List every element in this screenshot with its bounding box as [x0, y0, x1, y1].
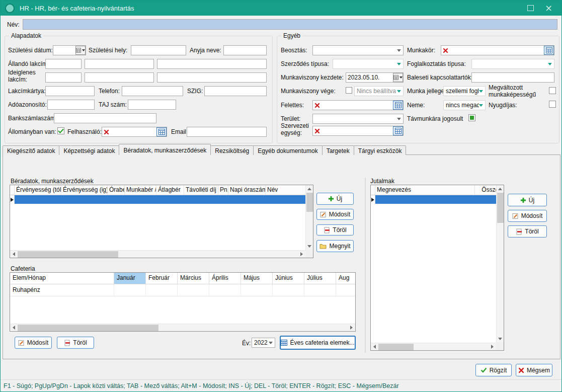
tab-kepzettsegi-adatok[interactable]: Képzettségi adatok [59, 145, 119, 155]
employment-type-combobox[interactable] [471, 59, 554, 69]
column-header[interactable]: Június [273, 273, 304, 284]
birth-place-input[interactable] [131, 45, 186, 55]
column-header[interactable]: Május [241, 273, 273, 284]
column-header[interactable]: Március [178, 273, 209, 284]
org-unit-lookup-button[interactable] [393, 126, 403, 135]
horizontal-scrollbar[interactable] [10, 324, 355, 331]
email-input[interactable] [187, 127, 267, 137]
selected-row[interactable] [371, 195, 504, 204]
cafeteria-cell[interactable] [178, 284, 209, 296]
tab-beradatok[interactable]: Béradatok, munkaszerződések [119, 144, 211, 155]
tab-egyeb-dokumentumok[interactable]: Egyéb dokumentumok [253, 145, 322, 155]
tab-kiegeszito-adatok[interactable]: Kiegészítő adatok [3, 145, 59, 155]
eves-cafeteria-button[interactable]: Éves cafeteria elemek... [280, 336, 356, 350]
cafeteria-modosit-button[interactable]: Módosít [15, 337, 52, 349]
scrollbar-thumb[interactable] [306, 193, 313, 212]
column-header[interactable]: Napi óraszám [228, 185, 266, 195]
bank-account-input[interactable] [54, 113, 156, 123]
temporary-address-city-input[interactable] [85, 72, 154, 83]
close-button[interactable]: × [545, 4, 552, 13]
position-combobox[interactable] [312, 45, 404, 55]
temporary-address-zip-input[interactable] [45, 72, 82, 83]
cafeteria-cell[interactable] [114, 284, 146, 296]
scroll-left-button[interactable] [10, 251, 18, 258]
employment-end-combobox[interactable]: Nincs beállítva [354, 86, 404, 96]
job-role-lookup-button[interactable] [544, 46, 554, 55]
birth-date-dropdown-button[interactable] [75, 46, 86, 55]
vertical-scrollbar[interactable] [305, 185, 313, 250]
column-header[interactable]: Elem/Hónap [10, 273, 114, 284]
scroll-down-button[interactable] [498, 335, 502, 343]
cafeteria-cell[interactable] [209, 284, 241, 296]
org-unit-lookup-field[interactable] [312, 126, 404, 136]
column-header[interactable]: Átlagbér [156, 185, 184, 195]
tax-id-input[interactable] [47, 100, 95, 110]
temporary-address-street-input[interactable] [157, 72, 267, 83]
name-input[interactable] [23, 19, 557, 30]
taj-input[interactable] [128, 100, 176, 110]
permanent-address-city-input[interactable] [85, 59, 154, 69]
beradatok-torol-button[interactable]: Töröl [316, 224, 354, 236]
employment-start-calendar-button[interactable] [393, 73, 403, 82]
beradatok-megnyit-button[interactable]: Megnyit [316, 240, 354, 252]
scroll-right-button[interactable] [489, 343, 496, 351]
tab-targetek[interactable]: Targetek [322, 145, 354, 155]
supervisor-lookup-field[interactable] [312, 100, 404, 110]
jutalmak-modosit-button[interactable]: Módosít [508, 210, 547, 222]
column-header[interactable]: Április [209, 273, 241, 284]
column-header[interactable]: Aug [336, 273, 355, 284]
column-header-selected[interactable]: Január [114, 273, 146, 284]
in-staff-checkbox[interactable] [57, 127, 64, 134]
tab-rezsikoltseg[interactable]: Rezsiköltség [210, 145, 254, 155]
column-header[interactable]: Július [304, 273, 336, 284]
scrollbar-thumb[interactable] [18, 251, 118, 258]
column-header[interactable]: Megnevezés [375, 185, 475, 195]
horizontal-scrollbar[interactable] [10, 250, 305, 258]
column-header[interactable]: Pn. [218, 185, 228, 195]
scroll-left-button[interactable] [10, 324, 18, 332]
user-lookup-button[interactable] [156, 127, 167, 136]
cafeteria-torol-button[interactable]: Töröl [57, 337, 94, 349]
cafeteria-cell[interactable] [241, 284, 273, 296]
beradatok-modosit-button[interactable]: Módosít [316, 209, 354, 220]
scroll-up-button[interactable] [307, 185, 311, 193]
permanent-address-street-input[interactable] [157, 59, 267, 69]
horizontal-scrollbar[interactable] [371, 343, 496, 350]
column-header[interactable]: Érvényesség (ig) [61, 185, 108, 195]
birth-date-field[interactable] [53, 45, 86, 55]
vertical-splitter[interactable] [365, 178, 366, 353]
id-card-input[interactable] [204, 86, 267, 96]
employment-start-date-field[interactable]: 2023.05.10. [346, 72, 404, 83]
scroll-down-button[interactable] [307, 243, 311, 250]
jutalmak-torol-button[interactable]: Töröl [508, 225, 547, 238]
accident-contacts-input[interactable] [471, 72, 554, 83]
cafeteria-cell[interactable] [336, 284, 355, 296]
vertical-scrollbar[interactable] [496, 185, 504, 343]
scroll-up-button[interactable] [498, 185, 502, 193]
scroll-left-button[interactable] [371, 343, 378, 351]
scroll-right-button[interactable] [348, 324, 355, 332]
user-lookup-field[interactable] [102, 127, 167, 137]
column-header[interactable]: Távolléti díj [184, 185, 218, 195]
address-card-input[interactable] [45, 86, 95, 96]
supervisor-lookup-button[interactable] [393, 101, 403, 110]
scrollbar-thumb[interactable] [18, 325, 158, 331]
column-header[interactable]: Érvényesség (tól) [15, 185, 61, 195]
column-header[interactable]: Órabé [108, 185, 125, 195]
selected-row[interactable] [10, 195, 313, 204]
area-combobox[interactable] [312, 114, 404, 124]
phone-input[interactable] [122, 86, 183, 96]
cafeteria-row[interactable]: Ruhapénz [10, 284, 355, 296]
remote-work-checkbox[interactable] [468, 114, 475, 121]
mother-name-input[interactable] [223, 45, 267, 55]
employment-end-checkbox[interactable] [346, 87, 352, 94]
gender-combobox[interactable]: nincs megad [443, 100, 486, 110]
megsem-button[interactable]: Mégsem [516, 364, 552, 376]
pensioner-checkbox[interactable] [549, 101, 556, 108]
reduced-capacity-checkbox[interactable] [549, 87, 556, 94]
work-nature-combobox[interactable]: szellemi fogl. [443, 86, 486, 96]
cafeteria-cell[interactable] [146, 284, 178, 296]
scroll-right-button[interactable] [298, 251, 305, 258]
cafeteria-cell[interactable] [273, 284, 304, 296]
cafeteria-cell[interactable] [304, 284, 336, 296]
